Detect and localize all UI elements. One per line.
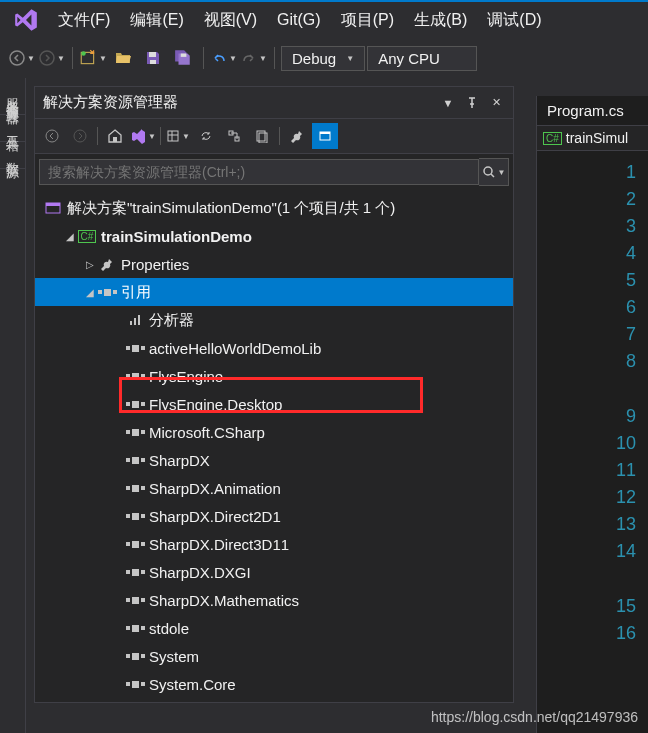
nav-forward-button[interactable]: ▼: [38, 44, 66, 72]
reference-node[interactable]: SharpDX.Animation: [35, 474, 513, 502]
reference-node[interactable]: SharpDX.Mathematics: [35, 586, 513, 614]
analyzer-node[interactable]: 分析器: [35, 306, 513, 334]
editor-tab[interactable]: Program.cs: [537, 96, 648, 126]
vertical-tabs: 服务器资源管理器 工具箱 数据源: [0, 78, 26, 733]
pending-changes-icon[interactable]: ▼: [165, 123, 191, 149]
reference-label: SharpDX.Animation: [149, 480, 281, 497]
reference-icon: [125, 429, 145, 436]
search-input[interactable]: [39, 159, 479, 185]
menu-bar: 文件(F) 编辑(E) 视图(V) Git(G) 项目(P) 生成(B) 调试(…: [0, 2, 648, 38]
home-icon[interactable]: [102, 123, 128, 149]
preview-icon[interactable]: [312, 123, 338, 149]
project-label: trainSimulationDemo: [101, 228, 252, 245]
menu-edit[interactable]: 编辑(E): [120, 6, 193, 35]
reference-label: System: [149, 648, 199, 665]
menu-view[interactable]: 视图(V): [194, 6, 267, 35]
menu-debug[interactable]: 调试(D): [477, 6, 551, 35]
platform-dropdown[interactable]: Any CPU: [367, 46, 477, 71]
reference-icon: [125, 625, 145, 632]
svg-point-3: [81, 51, 86, 56]
solution-label: 解决方案"trainSimulationDemo"(1 个项目/共 1 个): [67, 199, 395, 218]
save-button[interactable]: [139, 44, 167, 72]
csharp-project-icon: C#: [77, 230, 97, 243]
reference-icon: [125, 681, 145, 688]
panel-dropdown-icon[interactable]: ▼: [439, 94, 457, 112]
svg-rect-22: [138, 315, 140, 325]
config-dropdown[interactable]: Debug ▼: [281, 46, 365, 71]
panel-title: 解决方案资源管理器: [43, 93, 433, 112]
reference-node[interactable]: FlysEngine: [35, 362, 513, 390]
svg-rect-5: [150, 60, 156, 64]
nav-back-button[interactable]: ▼: [8, 44, 36, 72]
show-all-files-icon[interactable]: [249, 123, 275, 149]
expander-icon[interactable]: ◢: [83, 287, 97, 298]
project-node[interactable]: ◢ C# trainSimulationDemo: [35, 222, 513, 250]
reference-label: activeHelloWorldDemoLib: [149, 340, 321, 357]
properties-node[interactable]: ▷ Properties: [35, 250, 513, 278]
reference-label: SharpDX.Direct3D11: [149, 536, 289, 553]
close-icon[interactable]: ✕: [487, 94, 505, 112]
reference-node[interactable]: SharpDX: [35, 446, 513, 474]
platform-value: Any CPU: [378, 50, 440, 67]
expander-icon[interactable]: ▷: [83, 259, 97, 270]
svg-rect-4: [149, 52, 156, 57]
reference-label: SharpDX.Direct2D1: [149, 508, 281, 525]
reference-label: stdole: [149, 620, 189, 637]
reference-node[interactable]: FlysEngine.Desktop: [35, 390, 513, 418]
panel-title-bar: 解决方案资源管理器 ▼ ✕: [35, 87, 513, 118]
reference-label: SharpDX: [149, 452, 210, 469]
reference-node[interactable]: stdole: [35, 614, 513, 642]
reference-node[interactable]: SharpDX.Direct3D11: [35, 530, 513, 558]
references-node[interactable]: ◢ 引用: [35, 278, 513, 306]
reference-node[interactable]: SharpDX.DXGI: [35, 558, 513, 586]
solution-node[interactable]: 解决方案"trainSimulationDemo"(1 个项目/共 1 个): [35, 194, 513, 222]
namespace-label: trainSimul: [566, 130, 628, 146]
back-icon[interactable]: [39, 123, 65, 149]
editor-namespace-dropdown[interactable]: C# trainSimul: [537, 126, 648, 151]
svg-rect-9: [113, 137, 117, 142]
reference-icon: [125, 457, 145, 464]
reference-label: SharpDX.Mathematics: [149, 592, 299, 609]
search-row: ▼: [35, 154, 513, 190]
reference-label: System.Core: [149, 676, 236, 693]
open-file-button[interactable]: [109, 44, 137, 72]
menu-project[interactable]: 项目(P): [331, 6, 404, 35]
new-project-button[interactable]: ▼: [79, 44, 107, 72]
svg-point-17: [484, 167, 492, 175]
solution-icon: [43, 200, 63, 216]
menu-file[interactable]: 文件(F): [48, 6, 120, 35]
reference-node[interactable]: System: [35, 642, 513, 670]
svg-rect-21: [134, 318, 136, 325]
undo-button[interactable]: ▼: [210, 44, 238, 72]
reference-icon: [125, 653, 145, 660]
collapse-all-icon[interactable]: [221, 123, 247, 149]
reference-node[interactable]: SharpDX.Direct2D1: [35, 502, 513, 530]
expander-icon[interactable]: ◢: [63, 231, 77, 242]
vtab-toolbox[interactable]: 工具箱: [0, 115, 25, 142]
line-number-gutter: 12345678910111213141516: [537, 151, 648, 655]
vs-logo: [10, 4, 42, 36]
menu-git[interactable]: Git(G): [267, 7, 331, 33]
editor-area: Program.cs C# trainSimul 123456789101112…: [536, 96, 648, 733]
reference-node[interactable]: System.Core: [35, 670, 513, 698]
forward-icon[interactable]: [67, 123, 93, 149]
switch-views-icon[interactable]: ▼: [130, 123, 156, 149]
reference-icon: [125, 513, 145, 520]
redo-button[interactable]: ▼: [240, 44, 268, 72]
menu-build[interactable]: 生成(B): [404, 6, 477, 35]
main-toolbar: ▼ ▼ ▼ ▼ ▼ Debug ▼ Any CPU: [0, 38, 648, 78]
properties-icon[interactable]: [284, 123, 310, 149]
svg-rect-16: [320, 132, 330, 134]
vtab-data-sources[interactable]: 数据源: [0, 142, 25, 169]
sync-icon[interactable]: [193, 123, 219, 149]
vtab-server-explorer[interactable]: 服务器资源管理器: [0, 78, 25, 115]
reference-node[interactable]: Microsoft.CSharp: [35, 418, 513, 446]
pin-icon[interactable]: [463, 94, 481, 112]
reference-node[interactable]: activeHelloWorldDemoLib: [35, 334, 513, 362]
analyzer-label: 分析器: [149, 311, 194, 330]
wrench-icon: [97, 257, 117, 271]
reference-icon: [125, 597, 145, 604]
save-all-button[interactable]: [169, 44, 197, 72]
svg-point-7: [46, 130, 58, 142]
search-icon[interactable]: ▼: [479, 158, 509, 186]
